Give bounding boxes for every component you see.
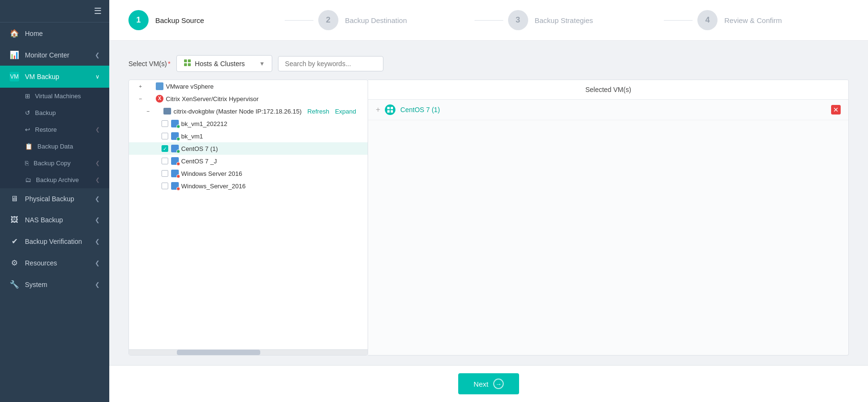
- vm-checkbox-bk-vm1[interactable]: [162, 133, 168, 139]
- tree-node-windows-server-2016[interactable]: Windows Server 2016: [129, 167, 368, 180]
- vm-checkbox-windows-2016-2[interactable]: [162, 183, 168, 189]
- tree-node-citrix-server[interactable]: − citrix-dvokgblw (Master Node IP:172.18…: [129, 105, 368, 117]
- sidebar-item-vm-backup[interactable]: VM VM Backup ∨: [0, 66, 109, 88]
- panels-row: + VMware vSphere − X Citrix XenServer/Ci…: [128, 80, 849, 356]
- tree-node-bk-vm1-202212[interactable]: bk_vm1_202212: [129, 117, 368, 130]
- chevron-icon: ❮: [95, 238, 100, 245]
- vm-backup-submenu: ⊞ Virtual Machines ↺ Backup ↩ Restore ❮ …: [0, 88, 109, 188]
- restore-label: Restore: [35, 126, 95, 133]
- step-3-circle: 3: [508, 10, 528, 30]
- tree-node-windows-server-2016-2[interactable]: Windows_Server_2016: [129, 180, 368, 192]
- svg-rect-1: [188, 59, 191, 62]
- server-icon: [163, 108, 171, 115]
- backup-icon: ↺: [25, 109, 30, 116]
- tree-expand-icon[interactable]: +: [137, 82, 144, 90]
- menu-icon[interactable]: ☰: [94, 6, 102, 16]
- sidebar-item-home[interactable]: 🏠 Home: [0, 23, 109, 44]
- vm-icon-wrap: [171, 145, 179, 152]
- sidebar-item-backup[interactable]: ↺ Backup: [0, 104, 109, 121]
- content-area: Select VM(s)* Hosts & Clusters ▼ +: [109, 41, 868, 365]
- sidebar-item-label: Home: [25, 30, 100, 37]
- svg-rect-4: [387, 107, 390, 109]
- sidebar-item-restore[interactable]: ↩ Restore ❮: [0, 121, 109, 138]
- next-arrow-icon: →: [493, 379, 504, 389]
- sidebar-item-system[interactable]: 🔧 System ❮: [0, 274, 109, 295]
- sidebar-item-physical-backup[interactable]: 🖥 Physical Backup ❮: [0, 188, 109, 209]
- tree-collapse-icon[interactable]: −: [137, 95, 144, 103]
- vm-checkbox-centos7-j[interactable]: [162, 158, 168, 164]
- tree-collapse-icon[interactable]: −: [144, 107, 152, 115]
- vm-backup-icon: VM: [10, 72, 19, 81]
- sidebar-item-backup-archive[interactable]: 🗂 Backup Archive ❮: [0, 172, 109, 188]
- svg-rect-3: [188, 63, 191, 66]
- chevron-icon: ❮: [95, 52, 100, 58]
- scrollbar-thumb[interactable]: [177, 350, 260, 355]
- vm-status-red: [176, 162, 180, 166]
- vm-label: bk_vm1: [181, 133, 203, 140]
- restore-icon: ↩: [25, 126, 30, 133]
- required-star: *: [168, 60, 170, 68]
- svg-rect-5: [391, 107, 393, 109]
- vm-label: CentOS 7 (1): [181, 145, 218, 152]
- selected-vms-panel: Selected VM(s) + CentOS 7 (1) ✕: [368, 80, 849, 356]
- sidebar-item-label: VM Backup: [25, 73, 95, 80]
- tree-node-centos7-j[interactable]: CentOS 7 _J: [129, 155, 368, 167]
- backup-archive-label: Backup Archive: [36, 176, 95, 184]
- search-input[interactable]: [278, 56, 383, 71]
- horizontal-scrollbar[interactable]: [129, 349, 368, 355]
- backup-copy-label: Backup Copy: [34, 160, 95, 167]
- svg-rect-2: [184, 63, 187, 66]
- citrix-server-label: citrix-dvokgblw (Master Node IP:172.18.2…: [174, 108, 301, 115]
- next-button[interactable]: Next →: [458, 373, 519, 394]
- vm-status-green: [176, 149, 180, 153]
- resources-icon: ⚙: [10, 258, 19, 267]
- sidebar-item-backup-verification[interactable]: ✔ Backup Verification ❮: [0, 230, 109, 252]
- vm-tree-panel: + VMware vSphere − X Citrix XenServer/Ci…: [128, 80, 368, 356]
- sidebar-item-backup-data[interactable]: 📋 Backup Data: [0, 138, 109, 155]
- chevron-down-icon: ▼: [259, 60, 265, 67]
- sidebar-header: ☰: [0, 0, 109, 23]
- vm-checkbox-windows-2016[interactable]: [162, 170, 168, 177]
- sidebar-item-backup-copy[interactable]: ⎘ Backup Copy ❮: [0, 155, 109, 172]
- backup-copy-icon: ⎘: [25, 160, 29, 167]
- hosts-clusters-dropdown[interactable]: Hosts & Clusters ▼: [176, 55, 272, 72]
- virtual-machines-label: Virtual Machines: [35, 92, 81, 100]
- select-vm-label: Select VM(s)*: [128, 60, 171, 68]
- tree-node-bk-vm1[interactable]: bk_vm1: [129, 130, 368, 142]
- sidebar-item-resources[interactable]: ⚙ Resources ❮: [0, 252, 109, 274]
- svg-rect-6: [387, 110, 390, 113]
- vm-checkbox-bk-vm1-202212[interactable]: [162, 120, 168, 127]
- remove-vm-button[interactable]: ✕: [831, 105, 841, 115]
- selected-vm-name: CentOS 7 (1): [400, 106, 826, 114]
- selected-panel-title: Selected VM(s): [368, 80, 848, 100]
- wizard-header: 1 Backup Source 2 Backup Destination 3 B…: [109, 0, 868, 41]
- vm-icon-wrap: [171, 120, 179, 127]
- backup-verification-icon: ✔: [10, 237, 19, 246]
- select-vm-row: Select VM(s)* Hosts & Clusters ▼: [128, 55, 849, 72]
- tree-node-centos7-1[interactable]: ✓ CentOS 7 (1): [129, 142, 368, 155]
- backup-copy-arrow: ❮: [95, 160, 100, 166]
- sidebar-item-virtual-machines[interactable]: ⊞ Virtual Machines: [0, 88, 109, 104]
- chevron-icon: ❮: [95, 260, 100, 266]
- footer: Next →: [109, 365, 868, 402]
- wizard-step-4: 4 Review & Confirm: [697, 10, 849, 30]
- vm-checkbox-centos7-1[interactable]: ✓: [162, 145, 168, 152]
- tree-node-vmware[interactable]: + VMware vSphere: [129, 80, 368, 92]
- sidebar-item-label: Physical Backup: [25, 195, 95, 203]
- refresh-button[interactable]: Refresh: [307, 108, 329, 115]
- vmware-label: VMware vSphere: [166, 83, 214, 90]
- selected-vm-item: + CentOS 7 (1) ✕: [368, 100, 848, 120]
- chevron-icon: ❮: [95, 195, 100, 202]
- expand-button[interactable]: Expand: [335, 108, 356, 115]
- sidebar-item-monitor-center[interactable]: 📊 Monitor Center ❮: [0, 44, 109, 66]
- wizard-divider-2: [475, 20, 503, 21]
- backup-label: Backup: [35, 109, 56, 116]
- sidebar-item-label: NAS Backup: [25, 216, 95, 224]
- tree-node-citrix[interactable]: − X Citrix XenServer/Citrix Hypervisor: [129, 92, 368, 105]
- citrix-icon: X: [156, 95, 163, 103]
- sidebar-item-nas-backup[interactable]: 🖼 NAS Backup ❮: [0, 209, 109, 230]
- vm-label: bk_vm1_202212: [181, 120, 227, 127]
- step-1-circle: 1: [128, 10, 149, 30]
- wizard-step-2: 2 Backup Destination: [318, 10, 470, 30]
- vm-status-red: [176, 187, 180, 191]
